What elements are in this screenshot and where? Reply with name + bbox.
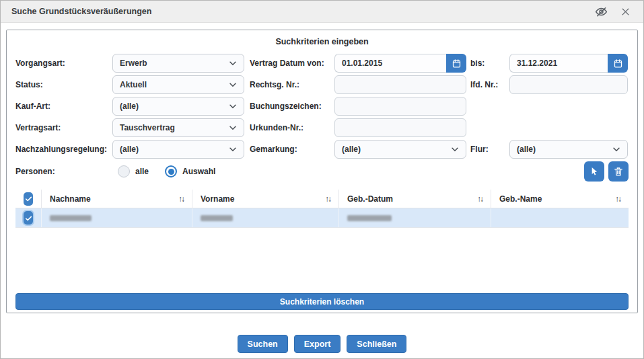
radio-auswahl-label: Auswahl	[182, 167, 215, 176]
radio-circle-selected	[165, 165, 177, 177]
personen-label: Personen:	[15, 167, 112, 176]
chevron-down-icon	[228, 80, 238, 89]
form-row-vertragsart: Vertragsart: Tauschvertrag Urkunden-Nr.:	[15, 118, 629, 137]
cell-geb-name	[491, 208, 629, 227]
sort-icon[interactable]: ↑↓	[320, 194, 330, 204]
chevron-down-icon	[228, 123, 238, 132]
chevron-down-icon	[612, 145, 621, 154]
table-header: Nachname ↑↓ Vorname ↑↓ Geb.-Datum ↑↓ Geb…	[15, 190, 629, 208]
form-row-personen: Personen: alle Auswahl	[15, 161, 629, 182]
vertrag-datum-bis-input[interactable]	[509, 54, 608, 73]
redacted-value	[201, 215, 233, 221]
chevron-down-icon	[228, 58, 238, 68]
vertrag-datum-von-label: Vertrag Datum von:	[250, 58, 334, 68]
chevron-down-icon	[228, 102, 238, 111]
form-row-vorgangsart: Vorgangsart: Erwerb Vertrag Datum von:	[15, 54, 629, 73]
form-row-status: Status: Aktuell Rechtsg. Nr.: lfd. Nr.:	[15, 75, 629, 94]
delete-person-button[interactable]	[608, 161, 629, 182]
table-row[interactable]	[15, 208, 629, 228]
vertrag-datum-von-input[interactable]	[334, 54, 446, 73]
gemarkung-select[interactable]: (alle)	[334, 140, 466, 159]
chevron-down-icon	[228, 145, 238, 154]
status-select[interactable]: Aktuell	[112, 75, 244, 94]
vorgangsart-value: Erwerb	[120, 58, 147, 68]
rechtsg-nr-input[interactable]	[334, 75, 466, 94]
search-button[interactable]: Suchen	[238, 335, 288, 353]
footer: Suchen Export Schließen	[1, 335, 643, 353]
vertragsart-label: Vertragsart:	[15, 123, 112, 132]
search-dialog: Suche Grundstücksveräußerungen Suchkrite…	[0, 0, 644, 359]
radio-personen-alle[interactable]: alle	[118, 165, 149, 177]
lfd-nr-input[interactable]	[509, 75, 628, 94]
calendar-button-bis[interactable]	[608, 54, 628, 73]
status-value: Aktuell	[120, 80, 147, 89]
nachzahlungsregelung-label: Nachzahlungsregelung:	[15, 145, 112, 154]
sort-icon[interactable]: ↑↓	[610, 194, 620, 204]
urkunden-nr-label: Urkunden-Nr.:	[250, 123, 334, 132]
rechtsg-nr-label: Rechtsg. Nr.:	[250, 80, 334, 89]
search-criteria-panel: Suchkriterien eingeben Vorgangsart: Erwe…	[6, 30, 638, 313]
vertragsart-value: Tauschvertrag	[120, 123, 175, 132]
select-person-button[interactable]	[584, 161, 604, 182]
sort-icon[interactable]: ↑↓	[173, 194, 184, 204]
person-actions	[584, 161, 629, 182]
buchungszeichen-input[interactable]	[334, 97, 466, 116]
row-checkbox-cell	[15, 208, 41, 227]
kauf-art-value: (alle)	[120, 102, 139, 111]
urkunden-nr-input[interactable]	[334, 118, 466, 137]
sort-icon[interactable]: ↑↓	[472, 194, 482, 204]
column-header-vorname[interactable]: Vorname ↑↓	[192, 190, 338, 208]
close-icon[interactable]	[618, 4, 633, 19]
chevron-down-icon	[450, 145, 460, 154]
close-button[interactable]: Schließen	[347, 335, 406, 353]
gemarkung-value: (alle)	[342, 145, 361, 154]
export-button[interactable]: Export	[294, 335, 341, 353]
panel-legend: Suchkriterien eingeben	[15, 30, 629, 54]
status-label: Status:	[15, 80, 112, 89]
buchungszeichen-label: Buchungszeichen:	[250, 102, 334, 111]
eye-off-icon[interactable]	[594, 4, 608, 19]
select-all-checkbox-cell	[15, 190, 41, 208]
nachzahlungsregelung-value: (alle)	[120, 145, 139, 154]
radio-alle-label: alle	[135, 167, 149, 176]
row-checkbox[interactable]	[24, 211, 33, 225]
redacted-value	[50, 215, 92, 221]
dialog-title: Suche Grundstücksveräußerungen	[11, 7, 151, 16]
column-header-geb-datum[interactable]: Geb.-Datum ↑↓	[338, 190, 491, 208]
kauf-art-select[interactable]: (alle)	[112, 97, 244, 116]
radio-circle-unselected	[118, 165, 130, 177]
column-header-geb-name[interactable]: Geb.-Name ↑↓	[491, 190, 629, 208]
cell-nachname	[41, 208, 192, 227]
persons-table: Nachname ↑↓ Vorname ↑↓ Geb.-Datum ↑↓ Geb…	[15, 190, 629, 228]
calendar-button-von[interactable]	[446, 54, 466, 73]
flur-select[interactable]: (alle)	[509, 140, 628, 159]
bis-label: bis:	[470, 58, 509, 68]
vertragsart-select[interactable]: Tauschvertrag	[112, 118, 244, 137]
flur-value: (alle)	[517, 145, 536, 154]
kauf-art-label: Kauf-Art:	[15, 102, 112, 111]
column-header-nachname[interactable]: Nachname ↑↓	[41, 190, 192, 208]
vorgangsart-label: Vorgangsart:	[15, 58, 112, 68]
titlebar: Suche Grundstücksveräußerungen	[1, 1, 643, 23]
lfd-nr-label: lfd. Nr.:	[470, 80, 509, 89]
gemarkung-label: Gemarkung:	[250, 145, 334, 154]
form-row-kauf-art: Kauf-Art: (alle) Buchungszeichen:	[15, 97, 629, 116]
redacted-value	[347, 215, 392, 221]
cell-geb-datum	[338, 208, 491, 227]
radio-personen-auswahl[interactable]: Auswahl	[165, 165, 215, 177]
cell-vorname	[192, 208, 338, 227]
form-row-nachzahlung: Nachzahlungsregelung: (alle) Gemarkung: …	[15, 140, 629, 159]
table-empty-space	[15, 228, 629, 293]
titlebar-icons	[594, 4, 633, 19]
nachzahlungsregelung-select[interactable]: (alle)	[112, 140, 244, 159]
select-all-checkbox[interactable]	[24, 192, 33, 206]
clear-criteria-button[interactable]: Suchkriterien löschen	[15, 293, 629, 310]
vorgangsart-select[interactable]: Erwerb	[112, 54, 244, 73]
flur-label: Flur:	[470, 145, 509, 154]
